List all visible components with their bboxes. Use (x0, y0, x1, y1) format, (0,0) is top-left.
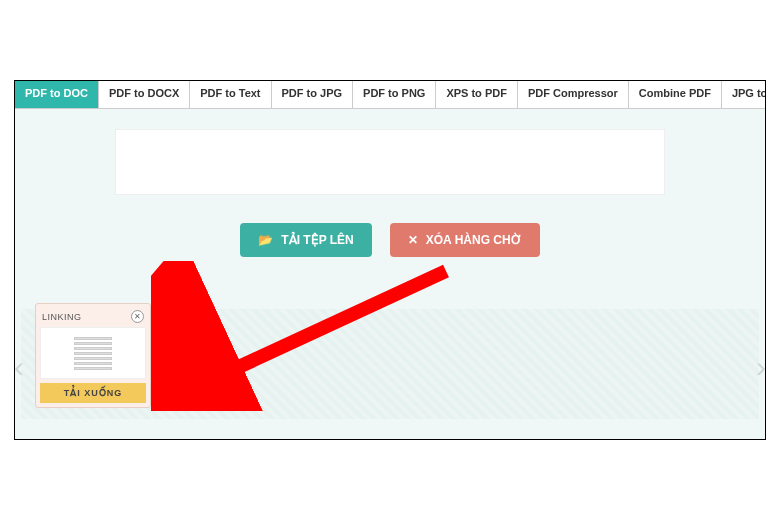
tab-pdf-to-jpg[interactable]: PDF to JPG (272, 81, 354, 108)
carousel-next-button[interactable]: › (751, 349, 766, 385)
thumbnail-lines-icon (74, 337, 112, 370)
clear-queue-button[interactable]: ✕ XÓA HÀNG CHỜ (390, 223, 540, 257)
tab-pdf-to-docx[interactable]: PDF to DOCX (99, 81, 190, 108)
tab-pdf-compressor[interactable]: PDF Compressor (518, 81, 629, 108)
queue-area: LINKING ✕ TẢI XUỐNG (21, 309, 759, 419)
folder-open-icon: 📂 (258, 233, 273, 247)
file-card-title: LINKING (42, 312, 82, 322)
clear-button-label: XÓA HÀNG CHỜ (426, 233, 522, 247)
tab-pdf-to-text[interactable]: PDF to Text (190, 81, 271, 108)
download-button[interactable]: TẢI XUỐNG (40, 383, 146, 403)
close-icon: ✕ (408, 233, 418, 247)
action-buttons: 📂 TẢI TỆP LÊN ✕ XÓA HÀNG CHỜ (115, 223, 665, 257)
tabs-bar: PDF to DOC PDF to DOCX PDF to Text PDF t… (15, 81, 765, 109)
upload-button[interactable]: 📂 TẢI TỆP LÊN (240, 223, 371, 257)
content-area: 📂 TẢI TỆP LÊN ✕ XÓA HÀNG CHỜ (15, 109, 765, 257)
ad-placeholder (115, 129, 665, 195)
tab-jpg-to-pdf[interactable]: JPG to PDF (722, 81, 766, 108)
tab-xps-to-pdf[interactable]: XPS to PDF (436, 81, 518, 108)
tab-combine-pdf[interactable]: Combine PDF (629, 81, 722, 108)
tab-pdf-to-png[interactable]: PDF to PNG (353, 81, 436, 108)
tab-pdf-to-doc[interactable]: PDF to DOC (15, 81, 99, 108)
app-frame: PDF to DOC PDF to DOCX PDF to Text PDF t… (14, 80, 766, 440)
file-thumbnail (40, 327, 146, 379)
file-card-header: LINKING ✕ (40, 308, 146, 327)
file-card: LINKING ✕ TẢI XUỐNG (35, 303, 151, 408)
carousel-prev-button[interactable]: ‹ (14, 349, 29, 385)
remove-file-button[interactable]: ✕ (131, 310, 144, 323)
upload-button-label: TẢI TỆP LÊN (281, 233, 353, 247)
